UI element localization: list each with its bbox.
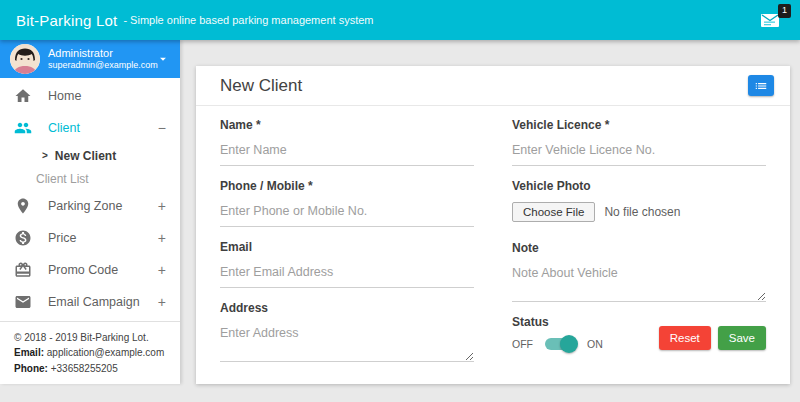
sidebar-item-label: Price <box>48 231 76 245</box>
form-actions: Reset Save <box>659 326 766 350</box>
name-label: Name * <box>220 118 474 132</box>
footer-email-value: application@example.com <box>47 347 164 358</box>
sidebar-item-label: Promo Code <box>48 263 118 277</box>
page-title: New Client <box>220 76 302 96</box>
form-left-column: Name * Phone / Mobile * Email Address <box>220 118 474 375</box>
sidebar-item-label: Email Campaign <box>48 295 140 309</box>
place-icon <box>14 197 32 215</box>
sidebar: Administrator superadmin@example.com Hom… <box>0 40 180 384</box>
promo-code-icon <box>14 261 32 279</box>
sidebar-item-client[interactable]: Client − <box>0 112 180 144</box>
vehicle-photo-label: Vehicle Photo <box>512 179 766 193</box>
sidebar-item-parking-zone[interactable]: Parking Zone + <box>0 190 180 222</box>
app-title: Bit-Parking Lot <box>16 12 117 29</box>
client-form: Name * Phone / Mobile * Email Address Ve… <box>196 106 790 375</box>
status-toggle[interactable] <box>545 338 575 350</box>
phone-field: Phone / Mobile * <box>220 179 474 227</box>
footer-email: Email: application@example.com <box>14 345 166 361</box>
list-icon <box>754 79 768 93</box>
profile-text: Administrator superadmin@example.com <box>48 47 156 72</box>
sidebar-item-label: Home <box>48 89 81 103</box>
footer-email-label: Email: <box>14 347 44 358</box>
footer-phone: Phone: +33658255205 <box>14 361 166 377</box>
vehicle-licence-input[interactable] <box>512 139 766 166</box>
sidebar-item-label: New Client <box>55 149 116 163</box>
sidebar-menu: Home Client − > New Client Client List P… <box>0 78 180 318</box>
form-right-column: Vehicle Licence * Vehicle Photo Choose F… <box>512 118 766 375</box>
address-field: Address <box>220 301 474 362</box>
note-field: Note <box>512 241 766 302</box>
name-input[interactable] <box>220 139 474 166</box>
vehicle-photo-field: Vehicle Photo Choose File No file chosen <box>512 179 766 228</box>
sidebar-item-label: Client List <box>36 172 89 186</box>
toggle-off-label: OFF <box>512 338 533 350</box>
chevron-right-icon: > <box>42 150 48 161</box>
card-header: New Client <box>196 66 790 106</box>
sidebar-item-promo-code[interactable]: Promo Code + <box>0 254 180 286</box>
status-label: Status <box>512 315 603 329</box>
email-icon <box>14 293 32 311</box>
app-subtitle: - Simple online based parking management… <box>123 14 373 26</box>
email-input[interactable] <box>220 261 474 288</box>
vehicle-licence-field: Vehicle Licence * <box>512 118 766 166</box>
notifications-button[interactable]: 1 <box>760 10 784 30</box>
toggle-on-label: ON <box>587 338 603 350</box>
status-and-actions-row: Status OFF ON Reset Save <box>512 315 766 350</box>
sidebar-item-price[interactable]: Price + <box>0 222 180 254</box>
vehicle-licence-label: Vehicle Licence * <box>512 118 766 132</box>
sidebar-footer: © 2018 - 2019 Bit-Parking Lot. Email: ap… <box>0 321 180 385</box>
email-field: Email <box>220 240 474 288</box>
save-button[interactable]: Save <box>718 326 766 350</box>
notification-badge: 1 <box>778 4 791 18</box>
new-client-card: New Client Name * Phone / Mobile * Email… <box>196 66 790 384</box>
address-input[interactable] <box>220 322 474 362</box>
home-icon <box>14 87 32 105</box>
status-block: Status OFF ON <box>512 315 603 350</box>
people-icon <box>14 119 32 137</box>
expand-icon: + <box>158 262 166 278</box>
address-label: Address <box>220 301 474 315</box>
avatar <box>10 44 40 74</box>
note-input[interactable] <box>512 262 766 302</box>
sidebar-item-client-list[interactable]: Client List <box>0 167 180 190</box>
client-list-button[interactable] <box>748 75 774 96</box>
footer-phone-label: Phone: <box>14 363 48 374</box>
file-input: Choose File No file chosen <box>512 200 766 228</box>
toggle-knob-icon <box>560 335 578 353</box>
profile-email: superadmin@example.com <box>48 60 156 71</box>
status-toggle-row: OFF ON <box>512 338 603 350</box>
reset-button[interactable]: Reset <box>659 326 711 350</box>
sidebar-item-new-client[interactable]: > New Client <box>0 144 180 167</box>
collapse-icon: − <box>158 120 166 136</box>
price-icon <box>14 229 32 247</box>
sidebar-item-home[interactable]: Home <box>0 80 180 112</box>
file-chosen-text: No file chosen <box>604 205 680 219</box>
copyright-text: © 2018 - 2019 Bit-Parking Lot. <box>14 330 166 346</box>
chevron-down-icon <box>156 52 170 66</box>
footer-phone-value: +33658255205 <box>51 363 118 374</box>
expand-icon: + <box>158 294 166 310</box>
profile-panel[interactable]: Administrator superadmin@example.com <box>0 40 180 78</box>
sidebar-item-label: Parking Zone <box>48 199 122 213</box>
expand-icon: + <box>158 198 166 214</box>
phone-label: Phone / Mobile * <box>220 179 474 193</box>
choose-file-button[interactable]: Choose File <box>512 202 595 222</box>
phone-input[interactable] <box>220 200 474 227</box>
sidebar-item-email-campaign[interactable]: Email Campaign + <box>0 286 180 318</box>
name-field: Name * <box>220 118 474 166</box>
email-label: Email <box>220 240 474 254</box>
expand-icon: + <box>158 230 166 246</box>
topbar: Bit-Parking Lot - Simple online based pa… <box>0 0 800 40</box>
profile-name: Administrator <box>48 47 156 61</box>
sidebar-item-label: Client <box>48 121 80 135</box>
note-label: Note <box>512 241 766 255</box>
